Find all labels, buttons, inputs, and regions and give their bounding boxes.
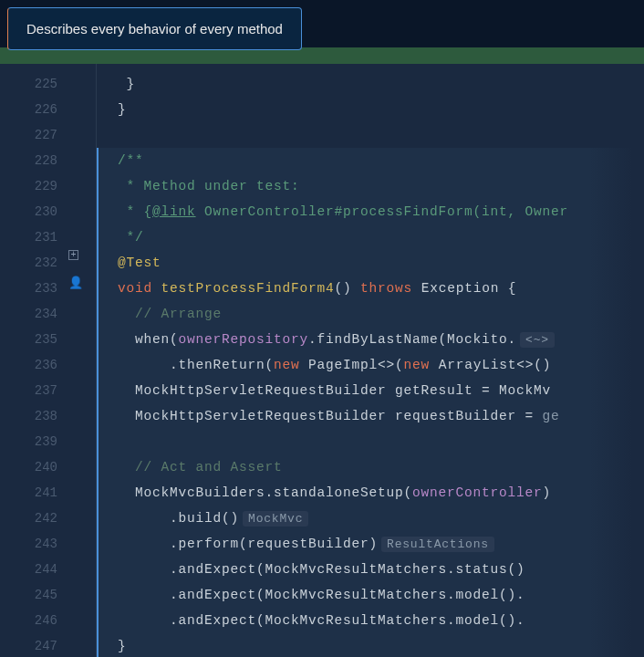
tooltip: Describes every behavior of every method <box>7 7 302 50</box>
code-line: .build()MockMvc <box>97 506 644 531</box>
line-number: 237 <box>0 378 68 403</box>
code-content[interactable]: } } /** * Method under test: * {@link Ow… <box>96 64 644 657</box>
code-line: .perform(requestBuilder)ResultActions <box>97 531 644 557</box>
line-number: 241 <box>0 480 68 506</box>
code-line: when(ownerRepository.findByLastName(Mock… <box>97 327 644 352</box>
code-line: } <box>97 97 644 122</box>
line-number: 246 <box>0 608 68 633</box>
line-number: 244 <box>0 557 68 582</box>
code-line: // Arrange <box>97 301 644 327</box>
line-number: 225 <box>0 71 68 97</box>
code-line: * Method under test: <box>97 173 644 199</box>
line-number: 235 <box>0 327 68 352</box>
gutter-icons: + 👤 <box>68 64 96 657</box>
code-line: MockMvcBuilders.standaloneSetup(ownerCon… <box>97 480 644 506</box>
code-line: * {@link OwnerController#processFindForm… <box>97 199 644 224</box>
line-number-gutter: 225 226 227 228 229 230 231 232 233 234 … <box>0 64 68 657</box>
code-line: */ <box>97 224 644 250</box>
code-line: MockHttpServletRequestBuilder requestBui… <box>97 403 644 429</box>
line-number: 243 <box>0 531 68 557</box>
line-number: 245 <box>0 582 68 608</box>
code-line: } <box>97 71 644 97</box>
line-number: 229 <box>0 173 68 199</box>
inline-hint: <~> <box>520 332 555 348</box>
code-line: @Test <box>97 250 644 276</box>
line-number: 226 <box>0 97 68 122</box>
line-number: 230 <box>0 199 68 224</box>
line-number: 238 <box>0 403 68 429</box>
line-number: 228 <box>0 148 68 173</box>
code-line: /** <box>97 148 644 173</box>
line-number: 239 <box>0 429 68 454</box>
line-number: 227 <box>0 122 68 148</box>
fold-expand-icon[interactable]: + <box>68 250 78 260</box>
line-number: 234 <box>0 301 68 327</box>
code-line: .andExpect(MockMvcResultMatchers.status(… <box>97 557 644 582</box>
code-line: .thenReturn(new PageImpl<>(new ArrayList… <box>97 352 644 378</box>
line-number: 247 <box>0 633 68 657</box>
inline-hint: MockMvc <box>243 511 308 527</box>
code-line: } <box>97 633 644 657</box>
line-number: 231 <box>0 224 68 250</box>
line-number: 240 <box>0 454 68 480</box>
code-line <box>97 429 644 454</box>
line-number: 242 <box>0 506 68 531</box>
line-number: 236 <box>0 352 68 378</box>
selection-border <box>97 148 99 657</box>
code-line: MockHttpServletRequestBuilder getResult … <box>97 378 644 403</box>
code-line: .andExpect(MockMvcResultMatchers.model()… <box>97 582 644 608</box>
line-number: 232 <box>0 250 68 276</box>
code-line <box>97 122 644 148</box>
inline-hint: ResultActions <box>381 537 494 552</box>
code-line: // Act and Assert <box>97 454 644 480</box>
code-editor[interactable]: 225 226 227 228 229 230 231 232 233 234 … <box>0 64 644 657</box>
line-number: 233 <box>0 276 68 301</box>
code-line: void testProcessFindForm4() throws Excep… <box>97 276 644 301</box>
author-icon[interactable]: 👤 <box>68 276 83 290</box>
code-line: .andExpect(MockMvcResultMatchers.model()… <box>97 608 644 633</box>
